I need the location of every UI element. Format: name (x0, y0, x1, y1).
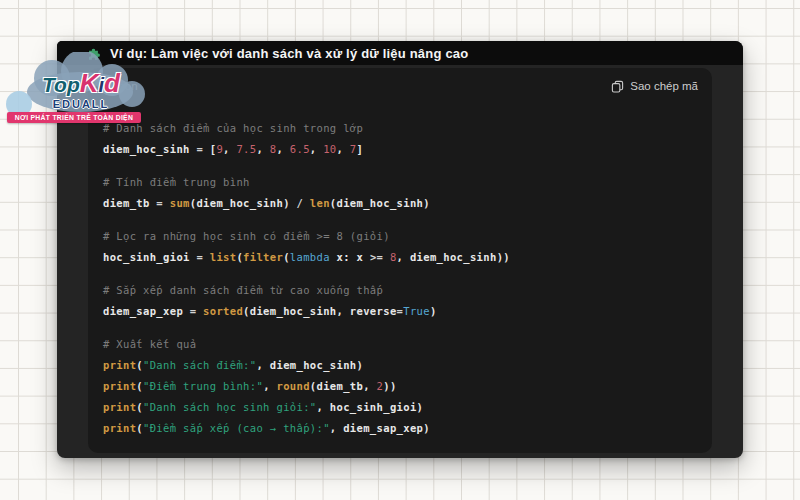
code-token: ) (423, 197, 430, 209)
code-token: # Sắp xếp danh sách điểm từ cao xuống th… (103, 284, 383, 296)
code-token: , (337, 305, 350, 317)
code-token: diem_tb (103, 197, 150, 209)
code-token: = (183, 305, 203, 317)
window-titlebar: Ví dụ: Làm việc với danh sách và xử lý d… (57, 41, 743, 65)
code-token: diem_sap_xep (103, 305, 183, 317)
code-token: : (343, 251, 356, 263)
code-block-header: python Sao chép mã (103, 77, 700, 95)
code-line (103, 268, 700, 280)
code-token: )) (383, 380, 396, 392)
code-token: , (223, 143, 236, 155)
code-token: , (317, 401, 330, 413)
code-line: diem_hoc_sinh = [9, 7.5, 8, 6.5, 10, 7] (103, 139, 700, 160)
code-token: ( (283, 251, 290, 263)
code-token: "Điểm trung bình:" (143, 380, 263, 392)
code-token: ( (330, 197, 337, 209)
code-token: , (263, 380, 276, 392)
code-token: = (190, 251, 210, 263)
code-line: print("Danh sách học sinh giỏi:", hoc_si… (103, 397, 700, 418)
code-token: = (190, 143, 210, 155)
code-token: print (103, 380, 136, 392)
code-token: diem_hoc_sinh (337, 197, 424, 209)
code-token: ) (283, 197, 290, 209)
code-line (103, 322, 700, 334)
code-token: diem_hoc_sinh (250, 305, 337, 317)
code-token: print (103, 422, 136, 434)
code-line: print("Điểm sắp xếp (cao → thấp):", diem… (103, 418, 700, 439)
puzzle-icon (87, 46, 102, 61)
code-line: diem_sap_xep = sorted(diem_hoc_sinh, rev… (103, 301, 700, 322)
code-line: # Sắp xếp danh sách điểm từ cao xuống th… (103, 280, 700, 301)
code-token: ) (357, 359, 364, 371)
code-line: hoc_sinh_gioi = list(filter(lambda x: x … (103, 247, 700, 268)
code-token: "Danh sách điểm:" (143, 359, 256, 371)
code-token: diem_tb (317, 380, 364, 392)
code-token: sorted (203, 305, 243, 317)
code-token: diem_hoc_sinh (103, 143, 190, 155)
code-line (103, 160, 700, 172)
code-block: python Sao chép mã # Danh sách điểm của … (88, 68, 712, 453)
code-line: diem_tb = sum(diem_hoc_sinh) / len(diem_… (103, 193, 700, 214)
code-token: round (276, 380, 309, 392)
code-token: ) (423, 422, 430, 434)
code-token: ) (417, 401, 424, 413)
code-token: , (397, 251, 410, 263)
code-line: # Lọc ra những học sinh có điểm >= 8 (gi… (103, 226, 700, 247)
desktop-background: { "window": { "title": "Ví dụ: Làm việc … (0, 0, 800, 500)
code-token: diem_hoc_sinh (196, 197, 283, 209)
code-token: lambda (290, 251, 330, 263)
code-line: # Xuất kết quả (103, 334, 700, 355)
code-token: reverse (350, 305, 397, 317)
code-token: , (276, 143, 289, 155)
code-token: 10 (323, 143, 336, 155)
code-token: 6.5 (290, 143, 310, 155)
code-token: sum (170, 197, 190, 209)
window-title: Ví dụ: Làm việc với danh sách và xử lý d… (110, 46, 468, 61)
code-token: )) (497, 251, 510, 263)
code-line: # Danh sách điểm của học sinh trong lớp (103, 118, 700, 139)
code-token: , (256, 143, 269, 155)
code-token: True (403, 305, 430, 317)
code-token: ( (310, 380, 317, 392)
code-token: # Danh sách điểm của học sinh trong lớp (103, 122, 363, 134)
code-token: filter (243, 251, 283, 263)
code-token: >= (370, 251, 390, 263)
code-token: ] (357, 143, 364, 155)
code-token: hoc_sinh_gioi (103, 251, 190, 263)
code-token: , (337, 143, 350, 155)
code-line (103, 214, 700, 226)
code-token: len (310, 197, 330, 209)
code-token: hoc_sinh_gioi (330, 401, 417, 413)
code-line: # Tính điểm trung bình (103, 172, 700, 193)
copy-icon (611, 80, 624, 93)
copy-code-label: Sao chép mã (630, 80, 698, 92)
code-lines: # Danh sách điểm của học sinh trong lớpd… (103, 118, 700, 439)
code-token: , (310, 143, 323, 155)
code-token: "Danh sách học sinh giỏi:" (143, 401, 316, 413)
code-token: diem_hoc_sinh (270, 359, 357, 371)
code-token: , (363, 380, 376, 392)
code-line: print("Danh sách điểm:", diem_hoc_sinh) (103, 355, 700, 376)
code-token: # Lọc ra những học sinh có điểm >= 8 (gi… (103, 230, 390, 242)
code-example-window: Ví dụ: Làm việc với danh sách và xử lý d… (57, 41, 743, 458)
code-token: print (103, 359, 136, 371)
code-token: , (330, 422, 343, 434)
code-token: ) (430, 305, 437, 317)
language-label: python (103, 80, 138, 92)
code-token: ( (243, 305, 250, 317)
code-token: # Xuất kết quả (103, 338, 196, 350)
code-token: = (150, 197, 170, 209)
code-token: 8 (390, 251, 397, 263)
code-token: 7 (350, 143, 357, 155)
code-token: print (103, 401, 136, 413)
copy-code-button[interactable]: Sao chép mã (609, 78, 700, 95)
code-token: list (210, 251, 237, 263)
code-token: 7.5 (236, 143, 256, 155)
code-token: / (290, 197, 310, 209)
code-token: # Tính điểm trung bình (103, 176, 250, 188)
code-line: print("Điểm trung bình:", round(diem_tb,… (103, 376, 700, 397)
code-token: diem_sap_xep (343, 422, 423, 434)
code-token: diem_hoc_sinh (410, 251, 497, 263)
code-token: "Điểm sắp xếp (cao → thấp):" (143, 422, 330, 434)
cloud-puff (6, 91, 32, 117)
